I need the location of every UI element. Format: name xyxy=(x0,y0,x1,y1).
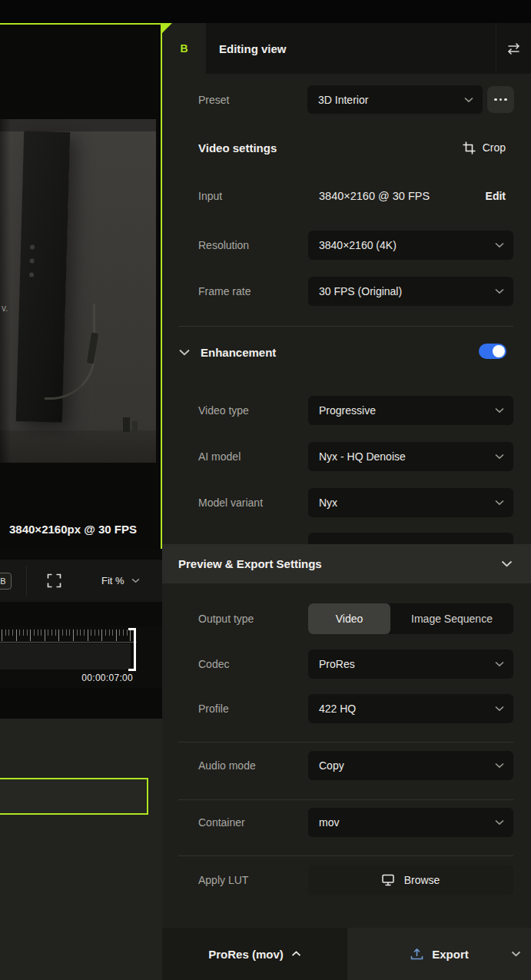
output-type-image-sequence-option[interactable]: Image Sequence xyxy=(390,603,513,634)
chevron-down-icon xyxy=(495,453,504,460)
frame-rate-value: 30 FPS (Original) xyxy=(319,285,402,297)
crop-icon xyxy=(463,141,476,154)
chevron-down-icon xyxy=(495,288,504,294)
settings-panel: B Editing view Preset 3D Interior Video … xyxy=(162,23,531,980)
apply-lut-label: Apply LUT xyxy=(198,865,248,895)
preview-resolution-label: 3840×2160px @ 30 FPS xyxy=(9,523,137,536)
chevron-down-icon xyxy=(495,706,504,712)
container-dropdown[interactable]: mov xyxy=(308,808,513,837)
video-type-label: Video type xyxy=(198,396,249,425)
overlay-text-fragment: v. xyxy=(2,303,8,314)
image-bottle xyxy=(132,421,138,432)
preview-export-settings-title: Preview & Export Settings xyxy=(178,544,322,583)
chevron-up-icon xyxy=(291,951,301,957)
crop-label: Crop xyxy=(483,141,506,154)
divider xyxy=(178,742,513,742)
browse-label: Browse xyxy=(404,874,440,886)
input-value: 3840×2160 @ 30 FPS xyxy=(319,181,430,211)
image-shadow xyxy=(0,119,11,463)
timeline[interactable]: 00:00:07:00 xyxy=(0,626,162,688)
edit-input-button[interactable]: Edit xyxy=(486,181,506,211)
frame-rate-dropdown[interactable]: 30 FPS (Original) xyxy=(308,277,513,306)
enhancement-collapse-chevron[interactable] xyxy=(179,341,190,363)
model-variant-label: Model variant xyxy=(198,488,263,517)
profile-value: 422 HQ xyxy=(319,703,356,715)
export-summary-button[interactable]: ProRes (mov) xyxy=(162,928,347,980)
timeline-clip[interactable] xyxy=(0,643,131,669)
audio-mode-label: Audio mode xyxy=(198,751,256,780)
divider xyxy=(178,799,513,800)
chevron-down-icon xyxy=(131,578,140,583)
export-icon xyxy=(410,947,424,962)
fullscreen-icon xyxy=(47,573,61,588)
editing-view-title: Editing view xyxy=(219,23,287,74)
video-settings-title: Video settings xyxy=(198,132,277,163)
ai-model-dropdown[interactable]: Nyx - HQ Denoise xyxy=(308,442,513,471)
image-ceiling xyxy=(0,119,156,131)
browse-lut-button[interactable]: Browse xyxy=(308,865,513,895)
video-preview[interactable]: v. 3840×2160px @ 30 FPS xyxy=(0,23,162,549)
preset-value: 3D Interior xyxy=(318,94,368,106)
swap-views-button[interactable] xyxy=(496,23,531,74)
compare-b-button[interactable]: B xyxy=(0,573,12,590)
preset-label: Preset xyxy=(198,74,229,125)
image-bottle xyxy=(123,417,130,432)
export-button[interactable]: Export xyxy=(347,928,531,980)
timeline-footer-area xyxy=(0,688,162,719)
preview-frame-image xyxy=(0,119,156,463)
zoom-fit-control[interactable]: Fit % xyxy=(101,560,140,602)
preview-panel: v. 3840×2160px @ 30 FPS B Fit % xyxy=(0,23,162,980)
model-variant-value: Nyx xyxy=(319,497,337,509)
app-window: v. 3840×2160px @ 30 FPS B Fit % xyxy=(0,0,531,980)
input-label: Input xyxy=(198,181,222,211)
chevron-down-icon xyxy=(495,407,504,414)
fit-label: Fit % xyxy=(101,575,124,586)
ai-model-label: AI model xyxy=(198,442,241,471)
clipped-dropdown[interactable] xyxy=(308,533,513,544)
enhancement-toggle[interactable] xyxy=(479,344,506,359)
resolution-value: 3840×2160 (4K) xyxy=(319,239,397,251)
window-top-bar xyxy=(0,0,531,23)
timeline-major-ticks xyxy=(2,630,131,641)
timeline-ruler-line xyxy=(0,642,137,643)
swap-icon xyxy=(506,42,522,55)
crop-button[interactable]: Crop xyxy=(463,132,506,163)
fullscreen-button[interactable] xyxy=(41,560,66,602)
export-footer: ProRes (mov) Export xyxy=(162,928,531,980)
divider xyxy=(178,326,513,327)
container-value: mov xyxy=(319,816,339,829)
video-type-value: Progressive xyxy=(319,404,376,417)
tab-b[interactable]: B xyxy=(162,23,206,74)
selection-rectangle[interactable] xyxy=(0,778,148,815)
divider xyxy=(178,855,513,856)
chevron-down-icon xyxy=(495,500,504,506)
enhancement-title: Enhancement xyxy=(201,341,276,363)
chevron-down-icon xyxy=(464,97,473,103)
chevron-down-icon xyxy=(495,242,504,248)
view-tab-bar: B Editing view xyxy=(162,23,531,74)
codec-value: ProRes xyxy=(319,658,355,670)
codec-label: Codec xyxy=(198,649,229,679)
export-label: Export xyxy=(432,948,469,961)
preset-dropdown[interactable]: 3D Interior xyxy=(307,85,483,114)
audio-mode-value: Copy xyxy=(319,759,344,772)
output-type-video-option[interactable]: Video xyxy=(308,603,390,634)
audio-mode-dropdown[interactable]: Copy xyxy=(308,751,513,780)
video-type-dropdown[interactable]: Progressive xyxy=(308,396,513,425)
image-floor xyxy=(0,430,156,463)
profile-dropdown[interactable]: 422 HQ xyxy=(308,694,513,723)
preview-export-settings-bar[interactable]: Preview & Export Settings xyxy=(162,544,531,583)
output-type-segmented-control: Video Image Sequence xyxy=(308,603,513,634)
preset-more-button[interactable] xyxy=(487,86,514,113)
output-type-label: Output type xyxy=(198,603,254,634)
preview-toolbar: B Fit % xyxy=(0,560,162,602)
chevron-down-icon xyxy=(511,928,521,980)
trim-end-handle[interactable] xyxy=(128,628,136,671)
model-variant-dropdown[interactable]: Nyx xyxy=(308,488,513,517)
resolution-dropdown[interactable]: 3840×2160 (4K) xyxy=(308,231,513,260)
timecode-label: 00:00:07:00 xyxy=(81,673,133,683)
export-summary-label: ProRes (mov) xyxy=(208,948,284,961)
codec-dropdown[interactable]: ProRes xyxy=(308,649,513,679)
lut-monitor-icon xyxy=(382,874,397,886)
resolution-label: Resolution xyxy=(198,231,249,260)
